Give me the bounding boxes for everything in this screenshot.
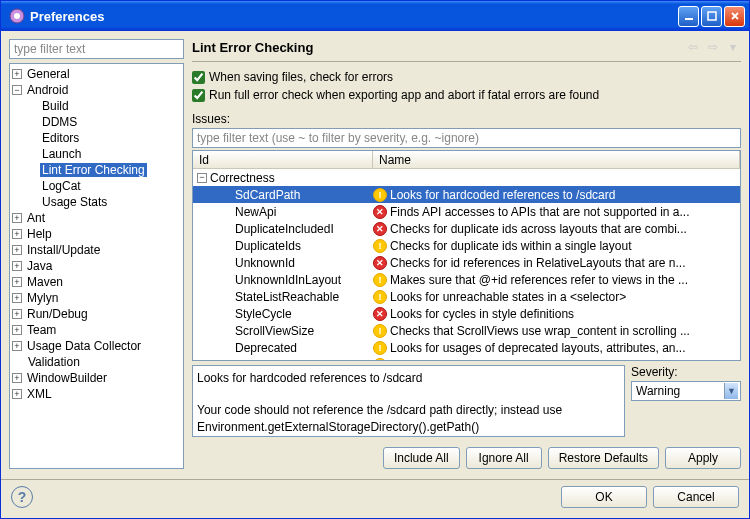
category-row[interactable]: −Correctness bbox=[193, 169, 740, 186]
expand-icon[interactable]: + bbox=[12, 261, 22, 271]
nav-back-icon[interactable]: ⇦ bbox=[685, 39, 701, 55]
issue-name: Looks for hardcoded references to /sdcar… bbox=[390, 188, 615, 202]
expand-icon[interactable]: + bbox=[12, 277, 22, 287]
preferences-tree[interactable]: +General−AndroidBuildDDMSEditorsLaunchLi… bbox=[9, 63, 184, 469]
tree-label: Build bbox=[40, 99, 71, 113]
chevron-down-icon: ▼ bbox=[724, 383, 738, 399]
tree-item[interactable]: +Ant bbox=[12, 210, 181, 226]
expand-icon[interactable]: + bbox=[12, 213, 22, 223]
tree-item[interactable]: +Help bbox=[12, 226, 181, 242]
error-icon: ✕ bbox=[373, 205, 387, 219]
col-name[interactable]: Name bbox=[373, 151, 740, 168]
issue-row[interactable]: StateListReachable!Looks for unreachable… bbox=[193, 288, 740, 305]
issues-filter-input[interactable] bbox=[192, 128, 741, 148]
expand-icon[interactable]: + bbox=[12, 69, 22, 79]
tree-label: WindowBuilder bbox=[25, 371, 109, 385]
restore-defaults-button[interactable]: Restore Defaults bbox=[548, 447, 659, 469]
tree-item[interactable]: +Mylyn bbox=[12, 290, 181, 306]
issue-row[interactable]: UnknownId✕Checks for id references in Re… bbox=[193, 254, 740, 271]
tree-item[interactable]: +Team bbox=[12, 322, 181, 338]
warning-icon: ! bbox=[373, 239, 387, 253]
tree-label: Team bbox=[25, 323, 58, 337]
issue-row[interactable]: NestedScrolling!Checks whether a scrolli… bbox=[193, 356, 740, 360]
issue-row[interactable]: StyleCycle✕Looks for cycles in style def… bbox=[193, 305, 740, 322]
tree-item[interactable]: Validation bbox=[12, 354, 181, 370]
expand-icon[interactable]: + bbox=[12, 389, 22, 399]
tree-item[interactable]: Editors bbox=[12, 130, 181, 146]
tree-item[interactable]: +Maven bbox=[12, 274, 181, 290]
cancel-button[interactable]: Cancel bbox=[653, 486, 739, 508]
warning-icon: ! bbox=[373, 290, 387, 304]
error-icon: ✕ bbox=[373, 307, 387, 321]
check-on-save-checkbox[interactable] bbox=[192, 71, 205, 84]
nav-forward-icon[interactable]: ⇨ bbox=[705, 39, 721, 55]
tree-item[interactable]: DDMS bbox=[12, 114, 181, 130]
expand-icon[interactable]: + bbox=[12, 245, 22, 255]
table-body[interactable]: −CorrectnessSdCardPath!Looks for hardcod… bbox=[193, 169, 740, 360]
tree-item[interactable]: Launch bbox=[12, 146, 181, 162]
apply-button[interactable]: Apply bbox=[665, 447, 741, 469]
tree-item[interactable]: +Usage Data Collector bbox=[12, 338, 181, 354]
issue-row[interactable]: ScrollViewSize!Checks that ScrollViews u… bbox=[193, 322, 740, 339]
tree-label: Run/Debug bbox=[25, 307, 90, 321]
check-on-export-row[interactable]: Run full error check when exporting app … bbox=[192, 88, 741, 102]
expand-icon[interactable]: + bbox=[12, 229, 22, 239]
maximize-button[interactable] bbox=[701, 6, 722, 27]
collapse-icon[interactable]: − bbox=[12, 85, 22, 95]
tree-label: Help bbox=[25, 227, 54, 241]
col-id[interactable]: Id bbox=[193, 151, 373, 168]
help-icon[interactable]: ? bbox=[11, 486, 33, 508]
tree-item[interactable]: +WindowBuilder bbox=[12, 370, 181, 386]
close-button[interactable] bbox=[724, 6, 745, 27]
expand-icon[interactable]: + bbox=[12, 341, 22, 351]
svg-point-1 bbox=[14, 13, 20, 19]
issue-row[interactable]: Deprecated!Looks for usages of deprecate… bbox=[193, 339, 740, 356]
tree-item[interactable]: Usage Stats bbox=[12, 194, 181, 210]
tree-item[interactable]: +Install/Update bbox=[12, 242, 181, 258]
tree-item[interactable]: +Run/Debug bbox=[12, 306, 181, 322]
check-on-export-label: Run full error check when exporting app … bbox=[209, 88, 599, 102]
tree-item[interactable]: +Java bbox=[12, 258, 181, 274]
expand-icon[interactable]: + bbox=[12, 293, 22, 303]
issue-name: Looks for usages of deprecated layouts, … bbox=[390, 341, 686, 355]
issue-row[interactable]: DuplicateIncludedI✕Checks for duplicate … bbox=[193, 220, 740, 237]
nav-menu-icon[interactable]: ▾ bbox=[725, 39, 741, 55]
issue-detail: Looks for hardcoded references to /sdcar… bbox=[192, 365, 625, 437]
issue-name: Finds API accesses to APIs that are not … bbox=[390, 205, 690, 219]
tree-label: Maven bbox=[25, 275, 65, 289]
tree-label: Editors bbox=[40, 131, 81, 145]
expand-icon[interactable]: + bbox=[12, 325, 22, 335]
tree-item[interactable]: LogCat bbox=[12, 178, 181, 194]
tree-item[interactable]: Build bbox=[12, 98, 181, 114]
tree-item[interactable]: +XML bbox=[12, 386, 181, 402]
issue-name: Checks for id references in RelativeLayo… bbox=[390, 256, 685, 270]
ignore-all-button[interactable]: Ignore All bbox=[466, 447, 542, 469]
issue-row[interactable]: DuplicateIds!Checks for duplicate ids wi… bbox=[193, 237, 740, 254]
ok-button[interactable]: OK bbox=[561, 486, 647, 508]
check-on-export-checkbox[interactable] bbox=[192, 89, 205, 102]
app-icon bbox=[9, 8, 25, 24]
tree-filter-input[interactable] bbox=[9, 39, 184, 59]
check-on-save-row[interactable]: When saving files, check for errors bbox=[192, 70, 741, 84]
issue-row[interactable]: NewApi✕Finds API accesses to APIs that a… bbox=[193, 203, 740, 220]
collapse-icon[interactable]: − bbox=[197, 173, 207, 183]
issue-row[interactable]: UnknownIdInLayout!Makes sure that @+id r… bbox=[193, 271, 740, 288]
issue-id: SdCardPath bbox=[193, 188, 373, 202]
tree-label: Validation bbox=[26, 355, 82, 369]
expand-icon[interactable]: + bbox=[12, 373, 22, 383]
page-title: Lint Error Checking bbox=[192, 40, 685, 55]
include-all-button[interactable]: Include All bbox=[383, 447, 460, 469]
warning-icon: ! bbox=[373, 341, 387, 355]
severity-select[interactable]: Warning ▼ bbox=[631, 381, 741, 401]
expand-icon[interactable]: + bbox=[12, 309, 22, 319]
issue-id: NewApi bbox=[193, 205, 373, 219]
tree-item[interactable]: +General bbox=[12, 66, 181, 82]
issue-row[interactable]: SdCardPath!Looks for hardcoded reference… bbox=[193, 186, 740, 203]
window-title: Preferences bbox=[30, 9, 676, 24]
svg-rect-3 bbox=[708, 12, 716, 20]
issue-name: Looks for unreachable states in a <selec… bbox=[390, 290, 626, 304]
tree-item[interactable]: −Android bbox=[12, 82, 181, 98]
minimize-button[interactable] bbox=[678, 6, 699, 27]
tree-item[interactable]: Lint Error Checking bbox=[12, 162, 181, 178]
issue-id: StateListReachable bbox=[193, 290, 373, 304]
